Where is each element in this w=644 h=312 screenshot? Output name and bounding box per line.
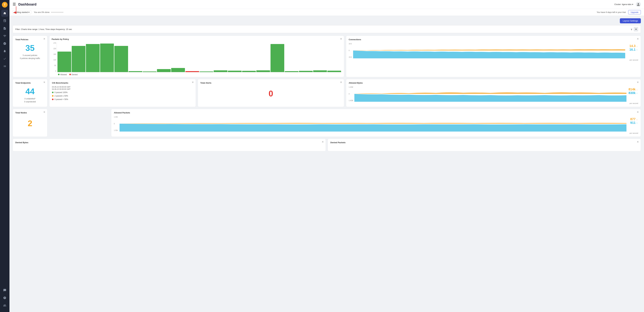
card-close-endpoints[interactable]: ✕ <box>43 81 45 84</box>
card-close-allowed-packets[interactable]: ✕ <box>637 111 639 113</box>
bar-12 <box>214 70 228 72</box>
card-close-denied-bytes[interactable]: ✕ <box>322 141 324 143</box>
sidebar-item-chat[interactable] <box>1 287 8 294</box>
card-title-nodes: Total Nodes <box>15 111 45 114</box>
bar-11 <box>200 71 213 72</box>
bar-chart-legend: Allowed Denied <box>58 73 342 76</box>
sidebar-item-topology[interactable] <box>1 17 8 24</box>
card-title-total-policies: Total Policies <box>15 38 45 41</box>
bar-4 <box>100 43 114 72</box>
total-policies-value: 35 <box>15 43 45 53</box>
bar-1 <box>58 51 71 72</box>
card-close-connections[interactable]: ✕ <box>637 38 639 40</box>
row-4: ✕ Denied Bytes ✕ Denied Packets <box>13 139 641 151</box>
card-close-denied-packets[interactable]: ✕ <box>637 141 639 143</box>
cluster-selector[interactable]: Cluster: tigera-labs ▾ <box>614 3 633 5</box>
card-allowed-bytes: ✕ Allowed Bytes 1.42M 0 1.42M 814k ↓ <box>346 79 641 107</box>
sidebar-item-endpoints[interactable] <box>1 40 8 47</box>
bar-10 <box>186 71 199 72</box>
sidebar-item-timelines[interactable] <box>1 63 8 70</box>
card-title-denied-bytes: Denied Bytes <box>15 141 323 144</box>
connections-y-top: 19.5 <box>349 43 352 45</box>
bar-6 <box>128 71 142 72</box>
layout-settings-button[interactable]: Layout Settings <box>620 18 641 23</box>
allowed-bytes-values: 814k ↓ 830k ↑ <box>628 87 638 95</box>
sidebar-item-home[interactable] <box>1 10 8 17</box>
bar-chart-y-55: 55 <box>52 65 56 66</box>
card-title-allowed-packets: Allowed Packets <box>114 111 638 114</box>
allowed-packets-values: 877 ↓ 911 ↑ <box>630 117 638 125</box>
sidebar-logo[interactable]: T <box>2 1 8 8</box>
main-content: ☰ Dashboard Cluster: tigera-labs ▾ <box>10 0 644 312</box>
cis-item-red: 0 passed < 50% <box>52 98 193 100</box>
row-2: ✕ Total Endpoints 44 0 unlabelled* 0 unp… <box>13 79 641 107</box>
menu-button[interactable]: ☰ <box>13 2 16 6</box>
card-title-alerts: Total Alerts <box>200 82 342 84</box>
sidebar-item-policies[interactable] <box>1 25 8 32</box>
filter-chevron-icon[interactable]: ∨ <box>630 28 632 31</box>
card-close-nodes[interactable]: ✕ <box>43 111 45 113</box>
endpoints-sub1: 0 unlabelled* <box>15 97 45 100</box>
filter-bar: Filter: Charts time range: 1 hour, Time … <box>13 25 641 33</box>
toolbar: Layout Settings <box>13 18 641 23</box>
card-close-allowed-bytes[interactable]: ✕ <box>637 81 639 84</box>
bar-chart-y-220: 220 <box>52 48 56 49</box>
progress-bar-background <box>51 12 64 13</box>
cis-dot-red <box>52 99 54 100</box>
card-close-cis[interactable]: ✕ <box>192 81 194 84</box>
user-avatar[interactable] <box>636 2 641 7</box>
allowed-bytes-y-top: 1.42M <box>349 86 353 88</box>
upgrade-button[interactable]: Upgrade <box>628 10 641 14</box>
allowed-bytes-value-up: 830k ↑ <box>628 91 638 95</box>
row-1: ✕ Total Policies 35 5 unused policies 0 … <box>13 36 641 77</box>
total-nodes-value: 2 <box>15 119 45 128</box>
card-title-packets: Packets by Policy <box>52 38 342 40</box>
filter-right: ∨ ✕ <box>630 27 638 31</box>
bar-9 <box>171 68 185 72</box>
bar-7 <box>143 71 156 72</box>
getting-started-button[interactable]: Getting started ▾ <box>13 10 31 14</box>
allowed-bytes-per-second: per second <box>349 102 638 104</box>
sidebar-item-alerts[interactable] <box>1 48 8 54</box>
row-2-mid-placeholder: ✕ CIS Benchmarks 04-05-22 00:00:00 GMT 0… <box>49 79 344 107</box>
sidebar-nav <box>0 10 10 287</box>
bar-13 <box>228 71 242 72</box>
bar-chart-y-165: 165 <box>52 53 56 55</box>
bar-chart-y-275: 275 <box>52 42 56 44</box>
bar-17 <box>285 71 298 72</box>
total-alerts-value: 0 <box>200 89 342 98</box>
card-title-allowed-bytes: Allowed Bytes <box>349 82 638 84</box>
card-denied-packets: ✕ Denied Packets <box>328 139 641 151</box>
total-endpoints-sub: 0 unlabelled* 0 unprotected <box>15 97 45 103</box>
card-close-packets[interactable]: ✕ <box>340 38 342 40</box>
connections-values: 14.3 ↓ 16.1 ↑ <box>630 44 638 51</box>
allowed-packets-value-down: 877 ↓ <box>630 117 638 121</box>
card-close-alerts[interactable]: ✕ <box>340 81 342 84</box>
header: ☰ Dashboard Cluster: tigera-labs ▾ <box>10 0 644 9</box>
allowed-bytes-chart <box>354 86 626 102</box>
card-connections: ✕ Connections 19.5 0 19.5 <box>346 36 641 77</box>
sidebar-item-users[interactable] <box>1 302 8 309</box>
progress-container: You are 0% done <box>34 11 63 13</box>
svg-text:T: T <box>4 3 6 6</box>
filter-close-button[interactable]: ✕ <box>634 27 638 31</box>
legend-denied: Denied <box>69 73 78 76</box>
cis-label-orange: 2 passed ≥ 50% <box>54 95 68 97</box>
card-close-total-policies[interactable]: ✕ <box>43 38 45 40</box>
bar-2 <box>72 46 86 72</box>
connections-value-down: 14.3 ↓ <box>630 44 638 48</box>
allowed-bytes-y-mid: 0 <box>349 93 350 95</box>
sidebar-item-help[interactable] <box>1 294 8 301</box>
header-right: Cluster: tigera-labs ▾ <box>614 2 641 7</box>
filter-close-icon: ✕ <box>635 28 637 30</box>
cis-dot-orange <box>52 95 54 97</box>
cis-date1: 04-05-22 00:00:00 GMT <box>52 86 193 88</box>
cis-date2: 04-06-22 00:00:00 GMT <box>52 88 193 90</box>
connections-per-second: per second <box>349 59 638 61</box>
bar-5 <box>114 46 128 72</box>
connections-y-bot: 19.5 <box>349 56 352 58</box>
card-title-cis: CIS Benchmarks <box>52 82 193 84</box>
sidebar-item-compliance[interactable] <box>1 55 8 62</box>
sidebar-item-network[interactable] <box>1 32 8 39</box>
card-title-denied-packets: Denied Packets <box>330 141 638 144</box>
